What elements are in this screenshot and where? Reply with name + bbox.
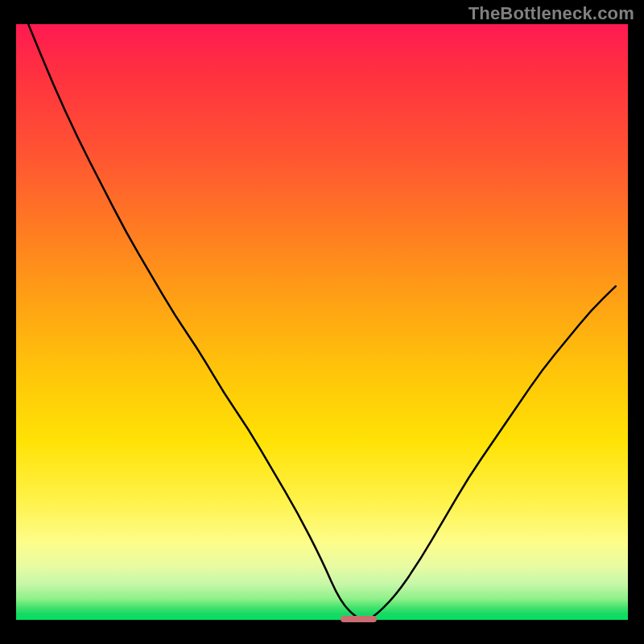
bottleneck-curve — [16, 24, 628, 620]
chart-frame: TheBottleneck.com — [0, 0, 644, 644]
plot-area — [16, 24, 628, 620]
watermark-text: TheBottleneck.com — [469, 3, 634, 24]
optimum-marker — [341, 616, 378, 622]
curve-path — [28, 24, 616, 620]
